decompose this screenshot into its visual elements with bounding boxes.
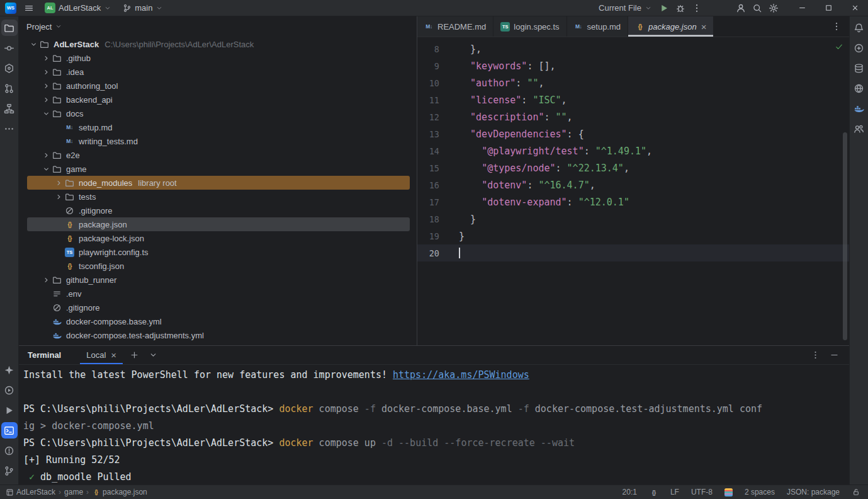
more-actions-icon[interactable] xyxy=(689,1,704,16)
tree-item-adlerstack[interactable]: AdLerStackC:\Users\phili\Projects\AdLer\… xyxy=(27,37,410,51)
tree-item-package-json[interactable]: {}package.json xyxy=(27,217,410,231)
tree-item-tests[interactable]: tests xyxy=(27,190,410,204)
tree-item-authoring-tool[interactable]: authoring_tool xyxy=(27,79,410,93)
tab-setup-md[interactable]: M↓setup.md xyxy=(567,16,628,37)
code-line-12[interactable]: 12 "description": "", xyxy=(417,108,849,125)
settings-icon[interactable] xyxy=(766,1,781,16)
branch-selector[interactable]: main xyxy=(120,2,166,14)
tree-item-setup-md[interactable]: M↓setup.md xyxy=(27,120,410,134)
tab-package-json[interactable]: {}package.json× xyxy=(628,16,714,37)
breadcrumb-item-game[interactable]: game xyxy=(64,488,83,496)
search-icon[interactable] xyxy=(750,1,765,16)
encoding-widget[interactable]: UTF-8 xyxy=(691,488,713,496)
editor-body[interactable]: 8 },9 "keywords": [],10 "author": "",11 … xyxy=(417,37,849,345)
terminal-link[interactable]: https://aka.ms/PSWindows xyxy=(393,369,529,381)
project-panel-header[interactable]: Project xyxy=(19,16,417,37)
chevron-right-icon[interactable] xyxy=(54,193,64,201)
new-terminal-icon[interactable] xyxy=(127,348,142,363)
breadcrumb-item-adlerstack[interactable]: AdLerStack xyxy=(6,488,55,496)
tab-login-spec-ts[interactable]: TSlogin.spec.ts xyxy=(493,16,566,37)
terminal-tool-icon[interactable] xyxy=(1,422,18,439)
code-line-15[interactable]: 15 "@types/node": "^22.13.4", xyxy=(417,159,849,176)
code-line-8[interactable]: 8 }, xyxy=(417,40,849,57)
code-line-13[interactable]: 13 "devDependencies": { xyxy=(417,125,849,142)
commit-tool-icon[interactable] xyxy=(1,40,18,56)
pull-requests-tool-icon[interactable] xyxy=(1,80,18,96)
terminal-type-chevron-icon[interactable] xyxy=(145,348,161,363)
indent-widget[interactable]: 2 spaces xyxy=(745,488,775,496)
tree-item-gitignore[interactable]: .gitignore xyxy=(27,301,410,314)
ai-assistant-icon[interactable] xyxy=(851,40,867,56)
chevron-right-icon[interactable] xyxy=(41,276,52,284)
close-tab-icon[interactable]: × xyxy=(701,22,707,32)
tree-item-idea[interactable]: .idea xyxy=(27,65,410,79)
code-line-14[interactable]: 14 "@playwright/test": "^1.49.1", xyxy=(417,142,849,159)
code-with-me-icon[interactable] xyxy=(851,120,867,137)
project-selector[interactable]: AL AdLerStack xyxy=(42,1,115,14)
tree-item-backend-api[interactable]: backend_api xyxy=(27,93,410,106)
database-icon[interactable] xyxy=(851,60,867,76)
maximize-icon[interactable] xyxy=(815,0,842,16)
tree-item-e2e[interactable]: e2e xyxy=(27,148,410,162)
breadcrumb-item-package-json[interactable]: {}package.json xyxy=(92,488,147,496)
code-line-16[interactable]: 16 "dotenv": "^16.4.7", xyxy=(417,176,849,193)
tree-item-package-lock-json[interactable]: {}package-lock.json xyxy=(27,231,410,245)
braces-widget[interactable]: {} xyxy=(649,488,658,497)
inspections-ok-icon[interactable] xyxy=(835,42,843,51)
terminal-output[interactable]: Install the latest PowerShell for new fe… xyxy=(19,365,849,485)
terminal-more-icon[interactable] xyxy=(808,348,823,363)
endpoints-icon[interactable] xyxy=(851,80,867,96)
tree-item-github-runner[interactable]: github_runner xyxy=(27,273,410,287)
ai-sparkle-icon[interactable] xyxy=(1,362,18,378)
chevron-down-icon[interactable] xyxy=(41,110,52,118)
json-schema-widget[interactable]: JSON: package xyxy=(787,488,840,496)
main-menu-icon[interactable] xyxy=(21,1,37,16)
docker-services-icon[interactable] xyxy=(851,100,867,117)
code-line-17[interactable]: 17 "dotenv-expand": "^12.0.1" xyxy=(417,193,849,210)
debug-icon[interactable] xyxy=(673,1,688,16)
chevron-right-icon[interactable] xyxy=(41,54,52,62)
code-line-11[interactable]: 11 "license": "ISC", xyxy=(417,91,849,108)
tree-item-game[interactable]: game xyxy=(27,162,410,176)
tree-item-docs[interactable]: docs xyxy=(27,106,410,120)
user-icon[interactable] xyxy=(733,1,748,16)
project-tool-icon[interactable] xyxy=(1,20,18,36)
chevron-down-icon[interactable] xyxy=(41,165,52,173)
hide-terminal-icon[interactable] xyxy=(826,348,842,363)
close-terminal-tab-icon[interactable]: × xyxy=(111,350,116,360)
chevron-right-icon[interactable] xyxy=(41,82,52,90)
tree-item-env[interactable]: .env xyxy=(27,287,410,301)
tree-item-tsconfig-json[interactable]: {}tsconfig.json xyxy=(27,259,410,273)
close-icon[interactable] xyxy=(842,0,868,16)
prettier-widget[interactable] xyxy=(724,488,733,496)
tree-item-node-modules[interactable]: node_moduleslibrary root xyxy=(27,176,410,190)
terminal-tab-local[interactable]: Local× xyxy=(80,346,123,364)
code-line-18[interactable]: 18 } xyxy=(417,210,849,227)
problems-tool-icon[interactable] xyxy=(1,442,18,459)
caret-position-widget[interactable]: 20:1 xyxy=(623,488,637,496)
chevron-right-icon[interactable] xyxy=(41,68,52,76)
minimize-icon[interactable] xyxy=(789,0,815,16)
line-separator-widget[interactable]: LF xyxy=(670,488,679,496)
more-tool-windows-icon[interactable] xyxy=(1,120,18,137)
notifications-icon[interactable] xyxy=(851,20,867,36)
services-tool-icon[interactable] xyxy=(1,382,18,398)
tree-item-gitignore[interactable]: .gitignore xyxy=(27,204,410,217)
run-tool-icon[interactable] xyxy=(1,402,18,418)
tree-item-writing-tests-md[interactable]: M↓writing_tests.md xyxy=(27,134,410,148)
code-line-20[interactable]: 20 xyxy=(417,244,849,261)
chevron-right-icon[interactable] xyxy=(41,151,52,159)
version-control-tool-icon[interactable] xyxy=(1,462,18,479)
code-line-19[interactable]: 19} xyxy=(417,227,849,244)
code-line-10[interactable]: 10 "author": "", xyxy=(417,74,849,91)
tree-item-docker-compose-test-adjustments-yml[interactable]: docker-compose.test-adjustments.yml xyxy=(27,328,410,342)
editor-scrollbar[interactable] xyxy=(843,132,847,340)
code-line-9[interactable]: 9 "keywords": [], xyxy=(417,57,849,74)
chevron-down-icon[interactable] xyxy=(28,40,39,49)
tree-item-github[interactable]: .github xyxy=(27,51,410,65)
tree-item-docker-compose-base-yml[interactable]: docker-compose.base.yml xyxy=(27,314,410,328)
readonly-lock-icon[interactable] xyxy=(852,488,860,496)
chevron-right-icon[interactable] xyxy=(41,96,52,104)
tab-readme-md[interactable]: M↓README.md xyxy=(417,16,493,37)
dependencies-tool-icon[interactable] xyxy=(1,60,18,76)
